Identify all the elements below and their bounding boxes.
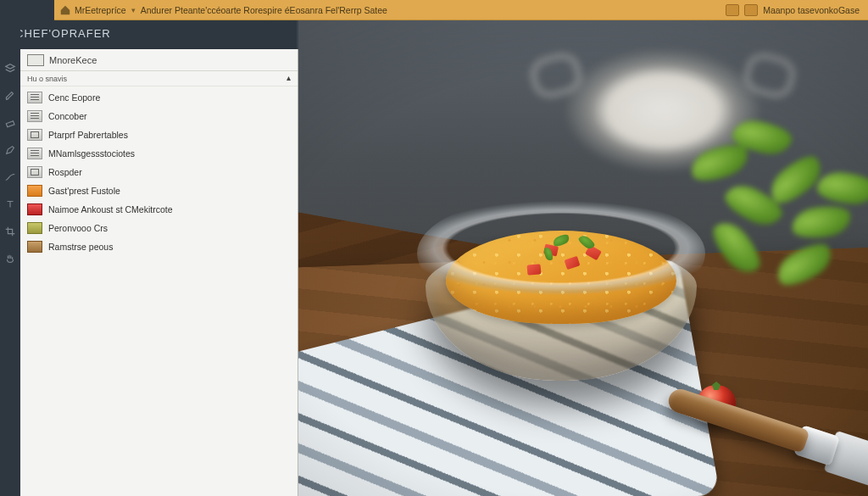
side-panel: MnoreKece Hu o snavis ▴ Cenc Eopore Conc…	[20, 49, 298, 496]
ribbon-action-1-icon[interactable]	[726, 4, 739, 16]
panel-item-0[interactable]: Cenc Eopore	[20, 88, 298, 107]
home-icon[interactable]	[59, 4, 71, 16]
item-label: Rospder	[48, 167, 82, 177]
eraser-icon[interactable]	[4, 117, 16, 129]
app-title: CHEF'OPRAFER	[15, 27, 111, 40]
crop-icon[interactable]	[4, 226, 16, 237]
item-label: MNamlsgessstociotes	[48, 148, 135, 159]
folder-icon	[27, 54, 44, 66]
item-label: Ramstrse peous	[48, 242, 113, 252]
curve-icon[interactable]	[4, 171, 16, 183]
item-label: Cenc Eopore	[48, 92, 100, 103]
ribbon-right-label[interactable]: Maanpo tasevonkoGase	[763, 5, 860, 15]
breadcrumb-2[interactable]: Andurer Pteante'ccéoarte Rorespire éEosa…	[141, 5, 387, 15]
panel-item-2[interactable]: Ptarprf Pabrertables	[20, 125, 298, 144]
ribbon: MrEetrepríce ▾ Andurer Pteante'ccéoarte …	[54, 0, 868, 20]
item-icon	[27, 185, 42, 197]
glass-bowl	[417, 198, 705, 393]
panel-item-4[interactable]: Rospder	[20, 163, 298, 181]
item-icon	[27, 241, 42, 253]
panel-item-6[interactable]: Naimoe Ankoust st CMekitrcote	[20, 200, 298, 219]
panel-subheader[interactable]: Hu o snavis ▴	[20, 71, 298, 86]
layers-icon[interactable]	[4, 63, 16, 75]
text-icon[interactable]	[4, 198, 16, 210]
panel-sub-label: Hu o snavis	[27, 75, 67, 83]
panel-item-1[interactable]: Concober	[20, 107, 298, 125]
panel-item-7[interactable]: Peronvooo Crs	[20, 219, 298, 237]
panel-item-5[interactable]: Gast'prest Fustole	[20, 181, 298, 200]
svg-rect-0	[6, 121, 14, 127]
item-icon	[27, 110, 42, 122]
item-icon	[27, 148, 42, 159]
item-icon	[27, 166, 42, 178]
chevron-down-icon[interactable]: ▾	[130, 6, 137, 14]
item-label: Naimoe Ankoust st CMekitrcote	[48, 204, 172, 215]
canvas-viewport[interactable]	[298, 20, 868, 496]
panel-list: Cenc Eopore Concober Ptarprf Pabrertable…	[20, 86, 298, 496]
item-icon	[27, 92, 42, 103]
item-label: Ptarprf Pabrertables	[48, 130, 128, 140]
item-label: Peronvooo Crs	[48, 223, 108, 233]
breadcrumb-1[interactable]: MrEetrepríce	[75, 5, 126, 15]
item-icon	[27, 222, 42, 234]
panel-header-label: MnoreKece	[49, 55, 97, 65]
pen-icon[interactable]	[4, 144, 16, 156]
panel-item-3[interactable]: MNamlsgessstociotes	[20, 144, 298, 163]
item-label: Gast'prest Fustole	[48, 186, 120, 196]
ribbon-action-2-icon[interactable]	[744, 4, 758, 16]
panel-header[interactable]: MnoreKece	[20, 49, 298, 71]
hand-icon[interactable]	[4, 253, 16, 265]
tool-rail	[0, 20, 20, 496]
item-icon	[27, 129, 42, 141]
item-label: Concober	[48, 111, 87, 121]
item-icon	[27, 203, 42, 215]
brush-icon[interactable]	[4, 90, 16, 102]
collapse-icon[interactable]: ▴	[287, 73, 291, 82]
panel-item-8[interactable]: Ramstrse peous	[20, 237, 298, 256]
